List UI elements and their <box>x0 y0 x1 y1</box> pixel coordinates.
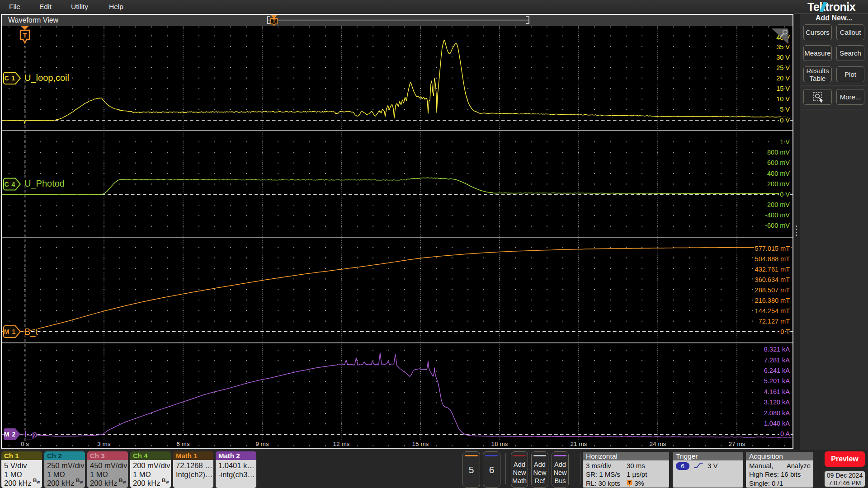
svg-text:I_p: I_p <box>24 429 37 440</box>
svg-text:6 ms: 6 ms <box>176 441 190 447</box>
svg-text:18 ms: 18 ms <box>491 441 508 447</box>
svg-text:0 A: 0 A <box>780 430 790 437</box>
svg-text:U_loop,coil: U_loop,coil <box>24 73 69 83</box>
svg-text:0 V: 0 V <box>780 117 790 124</box>
svg-text:2.080 kA: 2.080 kA <box>764 409 790 417</box>
svg-text:9 ms: 9 ms <box>255 441 269 447</box>
svg-text:15 V: 15 V <box>776 85 790 92</box>
svg-text:72.127 mT: 72.127 mT <box>759 318 790 325</box>
svg-text:U_Photod: U_Photod <box>24 178 65 189</box>
svg-text:5.201 kA: 5.201 kA <box>764 377 790 385</box>
svg-text:6.241 kA: 6.241 kA <box>764 367 790 374</box>
svg-text:M 1: M 1 <box>4 328 16 335</box>
svg-text:20 V: 20 V <box>776 75 790 82</box>
svg-text:-400 mV: -400 mV <box>765 211 790 219</box>
svg-text:288.507 mT: 288.507 mT <box>755 286 790 294</box>
svg-text:35 V: 35 V <box>776 43 790 51</box>
svg-text:C 4: C 4 <box>5 181 16 188</box>
svg-text:400 mV: 400 mV <box>767 170 790 177</box>
svg-text:C 1: C 1 <box>5 75 16 82</box>
svg-text:24 ms: 24 ms <box>650 441 666 447</box>
svg-text:3.120 kA: 3.120 kA <box>764 399 790 406</box>
svg-text:577.015 mT: 577.015 mT <box>755 245 790 252</box>
svg-text:30 V: 30 V <box>776 54 790 61</box>
svg-text:B_t: B_t <box>24 327 38 337</box>
svg-text:7.281 kA: 7.281 kA <box>764 357 790 364</box>
svg-text:12 ms: 12 ms <box>333 441 350 447</box>
svg-text:-200 mV: -200 mV <box>765 201 790 208</box>
svg-text:432.761 mT: 432.761 mT <box>755 266 790 273</box>
svg-text:0 T: 0 T <box>780 328 790 335</box>
svg-text:0 s: 0 s <box>21 441 29 447</box>
svg-text:1.040 kA: 1.040 kA <box>764 420 790 427</box>
svg-text:27 ms: 27 ms <box>729 441 745 447</box>
svg-text:15 ms: 15 ms <box>412 441 429 447</box>
svg-text:0 V: 0 V <box>780 191 790 198</box>
svg-text:4.161 kA: 4.161 kA <box>764 388 790 395</box>
svg-text:200 mV: 200 mV <box>767 180 790 188</box>
svg-text:360.634 mT: 360.634 mT <box>755 276 790 283</box>
svg-text:T: T <box>273 19 276 24</box>
svg-text:8.321 kA: 8.321 kA <box>764 346 790 353</box>
svg-text:5 V: 5 V <box>780 106 790 113</box>
svg-text:21 ms: 21 ms <box>571 441 587 447</box>
svg-text:3 ms: 3 ms <box>97 441 111 447</box>
svg-text:144.254 mT: 144.254 mT <box>755 307 790 314</box>
svg-text:-600 mV: -600 mV <box>765 222 790 229</box>
svg-text:216.380 mT: 216.380 mT <box>755 297 790 304</box>
svg-text:600 mV: 600 mV <box>767 159 790 166</box>
svg-text:800 mV: 800 mV <box>767 149 790 156</box>
svg-text:10 V: 10 V <box>776 95 790 103</box>
svg-text:504.888 mT: 504.888 mT <box>755 255 790 263</box>
svg-text:M 2: M 2 <box>4 431 16 438</box>
svg-text:1 V: 1 V <box>780 138 790 145</box>
svg-text:T: T <box>628 480 631 485</box>
svg-text:25 V: 25 V <box>776 64 790 71</box>
svg-text:T: T <box>23 31 27 39</box>
